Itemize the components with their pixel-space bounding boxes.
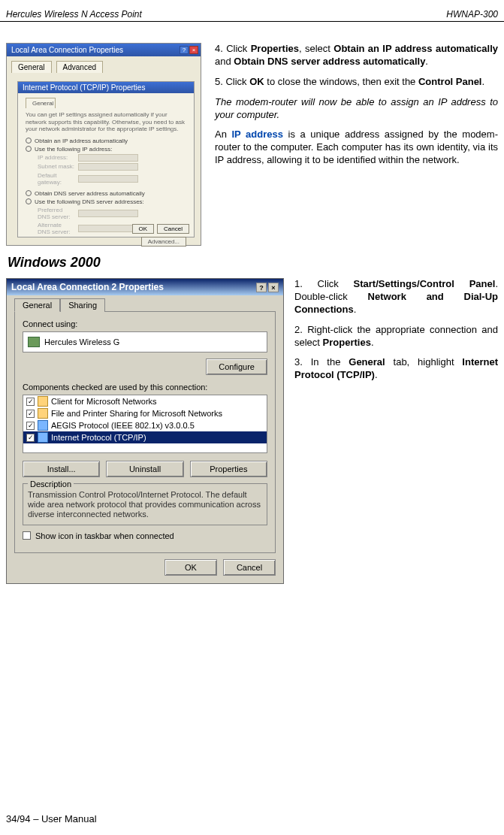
file-share-icon [38, 408, 48, 419]
win2k-tab-sharing[interactable]: Sharing [60, 298, 105, 312]
modem-note: The modem-router will now be able to ass… [215, 96, 498, 122]
install-button[interactable]: Install... [23, 461, 100, 477]
nic-name: Hercules Wireless G [44, 337, 119, 346]
radio-obtain-dns-auto[interactable]: Obtain DNS server address automatically [26, 190, 186, 197]
win2k-titlebar: Local Area Connection 2 Properties ? × [7, 279, 283, 295]
gateway-field [78, 175, 138, 183]
list-item[interactable]: ✓Client for Microsoft Networks [23, 395, 267, 407]
xp-tab-general[interactable]: General [11, 61, 52, 73]
configure-button[interactable]: Configure [206, 359, 267, 375]
tcpip-cancel-button[interactable]: Cancel [157, 224, 189, 234]
protocol-icon [38, 432, 48, 443]
taskbar-label: Show icon in taskbar when connected [35, 531, 174, 540]
components-list[interactable]: ✓Client for Microsoft Networks ✓File and… [23, 395, 267, 453]
subnet-field [78, 163, 138, 171]
list-item[interactable]: ✓AEGIS Protocol (IEEE 802.1x) v3.0.0.5 [23, 419, 267, 431]
nic-icon [28, 337, 40, 347]
help-icon[interactable]: ? [256, 283, 267, 292]
step-4: 4. Click Properties, select Obtain an IP… [215, 43, 498, 68]
radio-use-dns[interactable]: Use the following DNS server addresses: [26, 198, 186, 205]
connect-using-label: Connect using: [23, 319, 267, 328]
radio-obtain-ip-auto[interactable]: Obtain an IP address automatically [26, 138, 186, 144]
list-item-selected[interactable]: ✓Internet Protocol (TCP/IP) [23, 431, 267, 443]
tcpip-tab-general[interactable]: General [26, 98, 56, 108]
ip-address-link[interactable]: IP address [231, 129, 282, 140]
uninstall-button[interactable]: Uninstall [106, 461, 183, 477]
tcpip-blurb: You can get IP settings assigned automat… [26, 111, 186, 133]
properties-button[interactable]: Properties [190, 461, 267, 477]
list-item[interactable]: ✓File and Printer Sharing for Microsoft … [23, 407, 267, 419]
dns1-field [78, 210, 138, 217]
close-icon[interactable]: × [268, 283, 279, 292]
client-icon [38, 396, 48, 407]
step-1: 1. Click Start/Settings/Control Panel. D… [294, 278, 498, 316]
instructions-column-2: 1. Click Start/Settings/Control Panel. D… [294, 278, 498, 584]
xp-dialog-titlebar: Local Area Connection Properties [7, 44, 201, 56]
win2k-tab-general[interactable]: General [14, 298, 60, 312]
header-right: HWNAP-300 [446, 9, 498, 20]
tcpip-ok-button[interactable]: OK [132, 224, 155, 234]
radio-use-ip[interactable]: Use the following IP address: [26, 146, 186, 153]
cancel-button[interactable]: Cancel [223, 559, 276, 576]
instructions-column-1: 4. Click Properties, select Obtain an IP… [215, 43, 498, 246]
protocol-icon [38, 420, 48, 431]
page-header: Hercules Wireless N Access Point HWNAP-3… [0, 0, 504, 22]
section-windows-2000: Windows 2000 [8, 255, 498, 271]
step-5: 5. Click OK to close the windows, then e… [215, 76, 498, 89]
xp-tab-advanced[interactable]: Advanced [56, 61, 103, 73]
description-text: Transmission Control Protocol/Internet P… [28, 490, 262, 520]
xp-dialog-title-buttons: ? × [180, 46, 198, 54]
step-2: 2. Right-click the appropriate connectio… [294, 324, 498, 349]
win2k-lan-properties-dialog: Local Area Connection 2 Properties ? × G… [6, 278, 284, 584]
nic-box: Hercules Wireless G [23, 331, 267, 352]
xp-lan-properties-dialog: Local Area Connection Properties ? × Gen… [6, 43, 201, 246]
page-footer: 34/94 – User Manual [6, 813, 97, 824]
description-label: Description [28, 480, 74, 489]
tcpip-dialog-titlebar: Internet Protocol (TCP/IP) Properties [18, 82, 194, 93]
checkbox-icon[interactable] [23, 531, 31, 540]
dns2-field [78, 225, 138, 232]
components-label: Components checked are used by this conn… [23, 383, 267, 392]
advanced-button[interactable]: Advanced... [141, 237, 186, 247]
close-icon[interactable]: × [189, 46, 198, 54]
help-icon[interactable]: ? [180, 46, 189, 54]
page-content: Local Area Connection Properties ? × Gen… [0, 22, 504, 590]
ok-button[interactable]: OK [164, 559, 217, 576]
ip-address-field [78, 154, 138, 162]
step-3: 3. In the General tab, highlight Interne… [294, 356, 498, 382]
header-left: Hercules Wireless N Access Point [6, 9, 142, 20]
ip-address-explanation: An IP address is a unique address assign… [215, 129, 498, 167]
taskbar-checkbox-row[interactable]: Show icon in taskbar when connected [23, 531, 267, 540]
tcpip-properties-dialog: Internet Protocol (TCP/IP) Properties Ge… [17, 81, 195, 237]
